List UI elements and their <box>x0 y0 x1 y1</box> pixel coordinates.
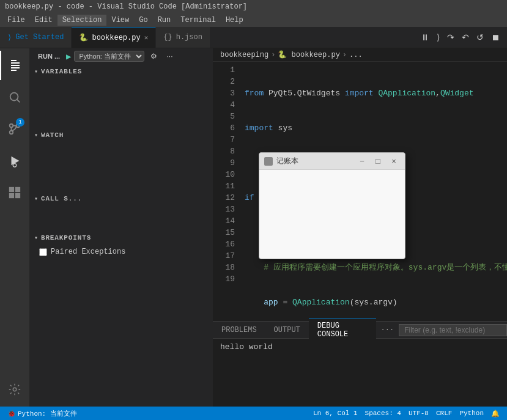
debug-stop-btn[interactable]: ⏹ <box>489 31 502 43</box>
variables-header[interactable]: ▾ VARIABLES <box>29 64 213 79</box>
breakpoints-chevron: ▾ <box>34 234 39 241</box>
status-encoding[interactable]: UTF-8 <box>406 410 431 417</box>
panel-tabs: PROBLEMS OUTPUT DEBUG CONSOLE ··· <box>213 322 507 339</box>
source-control-activity-icon[interactable]: 1 <box>0 114 29 144</box>
line-num-14: 14 <box>213 215 235 227</box>
floating-close-btn[interactable]: × <box>388 155 400 168</box>
call-stack-header[interactable]: ▾ CALL S... <box>29 191 213 206</box>
paired-exceptions-item: Paired Exceptions <box>29 245 213 259</box>
status-language[interactable]: Python <box>457 410 486 417</box>
explorer-activity-icon[interactable] <box>0 51 29 80</box>
menu-selection[interactable]: Selection <box>57 15 107 26</box>
debug-restart-btn[interactable]: ↺ <box>474 31 486 43</box>
config-btn[interactable]: ⚙ <box>147 51 161 62</box>
breadcrumb-sep2: › <box>342 51 347 59</box>
run-toolbar: RUN ... ▶ Python: 当前文件 ⚙ ··· <box>29 48 213 64</box>
watch-label: WATCH <box>41 131 64 139</box>
floating-title-text: 记账本 <box>276 156 352 166</box>
panel-tab-output[interactable]: OUTPUT <box>265 323 309 337</box>
menu-terminal[interactable]: Terminal <box>176 15 221 26</box>
debug-step-over-btn[interactable]: ⟩ <box>434 31 442 43</box>
activity-bar: 1 <box>0 48 29 407</box>
floating-app-icon <box>264 157 273 166</box>
status-bar: 🐞 Python: 当前文件 Ln 6, Col 1 Spaces: 4 UTF… <box>0 407 507 420</box>
sidebar: RUN ... ▶ Python: 当前文件 ⚙ ··· ▾ VARIABLES… <box>29 48 213 407</box>
variables-chevron: ▾ <box>34 68 39 75</box>
tab-bookkeep-label: bookkeep.py <box>92 34 140 42</box>
tab-get-started[interactable]: ⟩ Get Started <box>0 27 72 48</box>
watch-chevron: ▾ <box>34 131 39 139</box>
panel-tab-problems[interactable]: PROBLEMS <box>213 323 265 337</box>
menu-view[interactable]: View <box>106 15 134 26</box>
floating-window[interactable]: 记账本 − □ × <box>259 152 405 259</box>
floating-maximize-btn[interactable]: □ <box>372 155 384 168</box>
status-line-col[interactable]: Ln 6, Col 1 <box>311 410 360 417</box>
line-num-19: 19 <box>213 273 235 285</box>
svg-rect-15 <box>15 193 20 198</box>
status-debug[interactable]: 🐞 Python: 当前文件 <box>5 409 80 418</box>
status-spaces[interactable]: Spaces: 4 <box>363 410 404 417</box>
line-num-9: 9 <box>213 157 235 169</box>
breadcrumb-part3[interactable]: ... <box>349 51 363 59</box>
floating-body <box>259 170 405 259</box>
run-button[interactable]: RUN ... <box>34 51 64 61</box>
search-activity-icon[interactable] <box>0 83 29 112</box>
breadcrumb-part1[interactable]: bookkeeping <box>220 51 268 59</box>
run-play-icon: ▶ <box>66 51 71 62</box>
status-notification[interactable]: 🔔 <box>489 410 502 418</box>
breakpoints-header[interactable]: ▾ BREAKPOINTS <box>29 230 213 245</box>
line-num-8: 8 <box>213 146 235 157</box>
tab-hjson-icon: {} <box>163 33 172 42</box>
tab-bar: ⟩ Get Started 🐍 bookkeep.py ✕ {} h.json … <box>0 27 507 48</box>
status-line-ending[interactable]: CRLF <box>434 410 454 417</box>
call-stack-section <box>29 206 213 230</box>
menu-go[interactable]: Go <box>134 15 152 26</box>
source-control-badge: 1 <box>16 118 24 127</box>
line-num-17: 17 <box>213 250 235 262</box>
debug-continue-btn[interactable]: ⏸ <box>418 31 432 43</box>
tab-close-icon[interactable]: ✕ <box>144 34 149 42</box>
line-num-12: 12 <box>213 192 235 204</box>
status-config-label: Python: 当前文件 <box>18 409 77 418</box>
editor-area: bookkeeping › 🐍 bookkeep.py › ... 1 2 3 … <box>213 48 507 407</box>
debug-step-out-btn[interactable]: ↶ <box>459 31 472 43</box>
floating-title-bar[interactable]: 记账本 − □ × <box>259 153 405 170</box>
call-stack-chevron: ▾ <box>34 195 39 202</box>
panel-filter-input[interactable] <box>399 324 507 336</box>
svg-rect-3 <box>11 67 20 68</box>
extensions-activity-icon[interactable] <box>0 178 29 207</box>
menu-edit[interactable]: Edit <box>30 15 57 26</box>
breadcrumb: bookkeeping › 🐍 bookkeep.py › ... <box>213 48 507 62</box>
floating-minimize-btn[interactable]: − <box>356 155 368 168</box>
status-line-col-text: Ln 6, Col 1 <box>313 410 358 417</box>
line-num-16: 16 <box>213 238 235 250</box>
menu-run[interactable]: Run <box>153 15 176 26</box>
tab-hjson-label: h.json <box>176 33 202 42</box>
svg-point-11 <box>13 164 17 168</box>
tab-bookkeep[interactable]: 🐍 bookkeep.py ✕ <box>72 27 156 48</box>
debug-step-into-btn[interactable]: ↷ <box>445 31 457 43</box>
line-num-2: 2 <box>213 76 235 87</box>
title-bar: bookkeep.py - code - Visual Studio Code … <box>0 0 507 13</box>
variables-label: VARIABLES <box>41 68 82 75</box>
line-num-7: 7 <box>213 134 235 146</box>
svg-rect-1 <box>11 62 20 64</box>
line-num-3: 3 <box>213 87 235 99</box>
more-btn[interactable]: ··· <box>163 51 177 62</box>
watch-header[interactable]: ▾ WATCH <box>29 128 213 142</box>
panel-tab-more[interactable]: ··· <box>376 323 399 337</box>
paired-exceptions-label: Paired Exceptions <box>51 248 125 256</box>
settings-activity-icon[interactable] <box>0 375 29 404</box>
panel-tab-debug-console[interactable]: DEBUG CONSOLE <box>309 319 376 341</box>
menu-help[interactable]: Help <box>221 15 248 26</box>
menu-file[interactable]: File <box>2 15 30 26</box>
status-line-ending-text: CRLF <box>436 410 452 417</box>
run-debug-activity-icon[interactable] <box>0 146 29 175</box>
breakpoints-label: BREAKPOINTS <box>41 234 91 241</box>
breadcrumb-part2[interactable]: 🐍 bookkeep.py <box>278 50 339 59</box>
paired-exceptions-checkbox[interactable] <box>39 248 47 256</box>
config-select[interactable]: Python: 当前文件 <box>74 51 144 62</box>
tab-hjson[interactable]: {} h.json <box>156 27 210 48</box>
svg-rect-4 <box>11 70 17 71</box>
tab-get-started-icon: ⟩ <box>7 33 12 42</box>
